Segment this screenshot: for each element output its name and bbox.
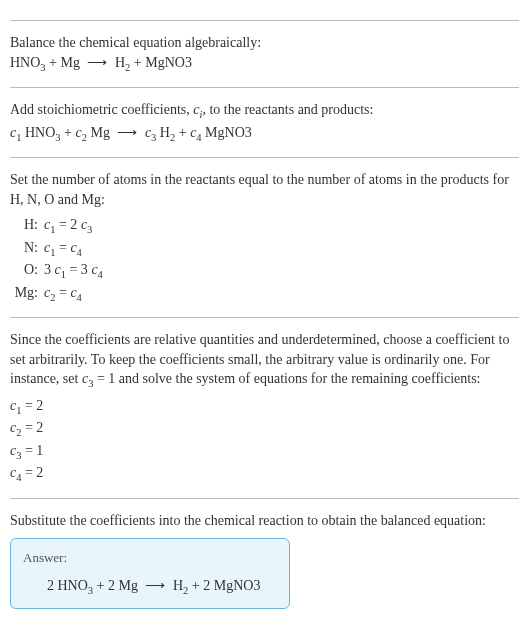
text: + 2 MgNO3 bbox=[188, 578, 260, 593]
text: MgNO3 bbox=[202, 125, 252, 140]
element-label: Mg: bbox=[10, 283, 44, 303]
element-label: O: bbox=[10, 260, 44, 280]
coefficient-list: c1 = 2c2 = 2c3 = 1c4 = 2 bbox=[10, 396, 519, 486]
text: 2 HNO bbox=[47, 578, 88, 593]
eqn-part: HNO bbox=[10, 55, 40, 70]
unbalanced-equation: HNO3 + Mg ⟶ H2 + MgNO3 bbox=[10, 53, 519, 75]
text: + bbox=[61, 125, 76, 140]
element-label: N: bbox=[10, 238, 44, 258]
solve-text: Since the coefficients are relative quan… bbox=[10, 330, 519, 392]
eqn-part: H bbox=[111, 55, 125, 70]
atom-equation-row: N:c1 = c4 bbox=[10, 238, 519, 260]
arrow-icon: ⟶ bbox=[83, 53, 111, 73]
text: Add stoichiometric coefficients, bbox=[10, 102, 193, 117]
answer-intro: Substitute the coefficients into the che… bbox=[10, 511, 519, 531]
text: Mg bbox=[87, 125, 113, 140]
text: HNO bbox=[21, 125, 55, 140]
atom-equation-row: H:c1 = 2 c3 bbox=[10, 215, 519, 237]
coefficient-row: c2 = 2 bbox=[10, 418, 519, 440]
arrow-icon: ⟶ bbox=[113, 123, 141, 143]
eqn-part: + MgNO3 bbox=[130, 55, 192, 70]
text: = 1 and solve the system of equations fo… bbox=[93, 371, 480, 386]
section-answer: Substitute the coefficients into the che… bbox=[10, 498, 519, 609]
section-solve: Since the coefficients are relative quan… bbox=[10, 317, 519, 486]
section-problem: Balance the chemical equation algebraica… bbox=[10, 20, 519, 75]
atom-equation-row: Mg:c2 = c4 bbox=[10, 283, 519, 305]
arrow-icon: ⟶ bbox=[141, 576, 169, 596]
equation-body: 3 c1 = 3 c4 bbox=[44, 260, 103, 282]
answer-label: Answer: bbox=[23, 549, 277, 567]
problem-title: Balance the chemical equation algebraica… bbox=[10, 33, 519, 53]
text: + 2 Mg bbox=[93, 578, 141, 593]
coefficient-row: c3 = 1 bbox=[10, 441, 519, 463]
section-atom-balance: Set the number of atoms in the reactants… bbox=[10, 157, 519, 305]
text: + bbox=[175, 125, 190, 140]
atom-balance-title: Set the number of atoms in the reactants… bbox=[10, 170, 519, 209]
coefficient-row: c1 = 2 bbox=[10, 396, 519, 418]
element-label: H: bbox=[10, 215, 44, 235]
section-stoichiometric: Add stoichiometric coefficients, ci, to … bbox=[10, 87, 519, 145]
answer-box: Answer: 2 HNO3 + 2 Mg ⟶ H2 + 2 MgNO3 bbox=[10, 538, 290, 609]
atom-equation-row: O:3 c1 = 3 c4 bbox=[10, 260, 519, 282]
balanced-equation: 2 HNO3 + 2 Mg ⟶ H2 + 2 MgNO3 bbox=[23, 576, 277, 598]
text: , to the reactants and products: bbox=[202, 102, 373, 117]
coefficient-row: c4 = 2 bbox=[10, 463, 519, 485]
eqn-part: + Mg bbox=[46, 55, 84, 70]
equation-body: c1 = 2 c3 bbox=[44, 215, 92, 237]
text: H bbox=[169, 578, 183, 593]
stoich-title: Add stoichiometric coefficients, ci, to … bbox=[10, 100, 519, 122]
equation-body: c1 = c4 bbox=[44, 238, 82, 260]
text: H bbox=[156, 125, 170, 140]
atom-equations-table: H:c1 = 2 c3N:c1 = c4O:3 c1 = 3 c4Mg:c2 =… bbox=[10, 215, 519, 305]
equation-body: c2 = c4 bbox=[44, 283, 82, 305]
stoich-equation: c1 HNO3 + c2 Mg ⟶ c3 H2 + c4 MgNO3 bbox=[10, 123, 519, 145]
